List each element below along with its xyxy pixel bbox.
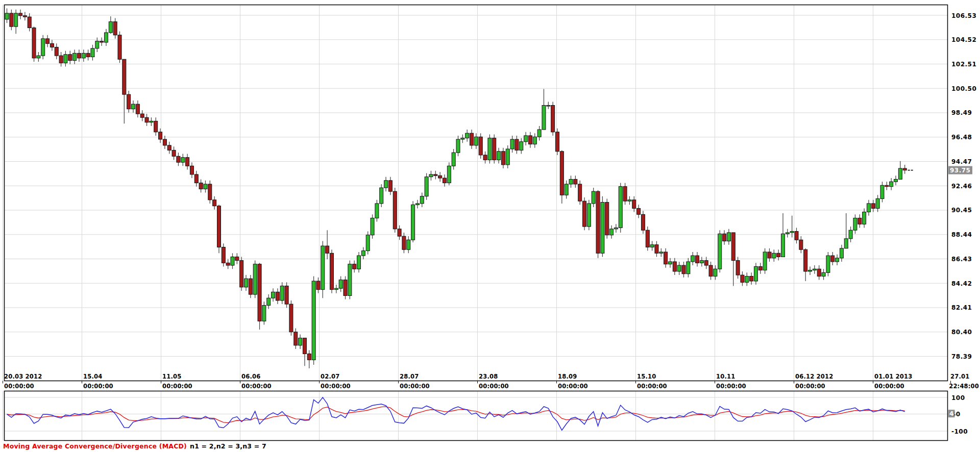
up-candle bbox=[91, 48, 94, 57]
up-candle bbox=[312, 281, 315, 360]
down-candle bbox=[222, 247, 225, 263]
up-candle bbox=[863, 212, 866, 224]
time-axis-date: 01.01 2013 bbox=[874, 373, 912, 380]
price-chart-canvas[interactable]: 106.53104.52102.51100.5098.4996.4894.479… bbox=[0, 0, 980, 452]
down-candle bbox=[493, 138, 496, 160]
up-candle bbox=[772, 253, 776, 258]
up-candle bbox=[429, 174, 433, 177]
down-candle bbox=[605, 203, 609, 235]
up-candle bbox=[204, 184, 207, 189]
up-candle bbox=[745, 276, 749, 282]
up-candle bbox=[82, 53, 85, 58]
price-axis-label: 94.47 bbox=[951, 158, 972, 165]
time-axis-time: 22:48:00 bbox=[949, 383, 979, 390]
up-candle bbox=[339, 280, 342, 289]
up-candle bbox=[361, 251, 365, 256]
down-candle bbox=[172, 150, 176, 156]
down-candle bbox=[77, 53, 81, 58]
up-candle bbox=[104, 33, 108, 42]
macd-fast-line bbox=[7, 397, 905, 430]
up-candle bbox=[456, 139, 460, 153]
down-candle bbox=[249, 279, 252, 294]
up-candle bbox=[619, 187, 622, 228]
down-candle bbox=[388, 181, 392, 191]
up-candle bbox=[497, 152, 501, 160]
up-candle bbox=[628, 200, 631, 201]
down-candle bbox=[240, 261, 243, 287]
down-candle bbox=[655, 245, 658, 254]
up-candle bbox=[95, 41, 99, 48]
up-candle bbox=[714, 269, 717, 276]
axis-labels: 106.53104.52102.51100.5098.4996.4894.479… bbox=[4, 12, 979, 435]
time-axis-time: 00:00:00 bbox=[874, 383, 904, 390]
up-candle bbox=[357, 256, 361, 269]
down-candle bbox=[515, 139, 519, 150]
up-candle bbox=[375, 204, 379, 218]
down-candle bbox=[479, 137, 482, 155]
up-candle bbox=[727, 233, 730, 241]
down-candle bbox=[632, 200, 636, 209]
time-axis-time: 00:00:00 bbox=[241, 383, 272, 390]
down-candle bbox=[438, 175, 442, 178]
down-candle bbox=[258, 264, 261, 321]
down-candle bbox=[682, 265, 685, 274]
time-axis-time: 00:00:00 bbox=[83, 383, 113, 390]
up-candle bbox=[132, 104, 135, 109]
down-candle bbox=[596, 191, 600, 253]
up-candle bbox=[524, 136, 528, 142]
macd-indicator-params: n1 = 2,n2 = 3,n3 = 7 bbox=[190, 442, 266, 450]
up-candle bbox=[461, 138, 464, 139]
up-candle bbox=[601, 203, 604, 254]
up-candle bbox=[407, 240, 410, 249]
down-candle bbox=[28, 17, 31, 28]
time-axis-date: 02.07 bbox=[321, 373, 339, 380]
down-candle bbox=[294, 332, 298, 345]
up-candle bbox=[880, 185, 884, 198]
down-candle bbox=[235, 257, 239, 260]
time-axis-date: 06.06 bbox=[241, 373, 260, 380]
down-candle bbox=[858, 218, 862, 224]
up-candle bbox=[533, 137, 536, 144]
up-candle bbox=[890, 182, 893, 187]
down-candle bbox=[344, 280, 347, 296]
macd-value-badge-label: 4 bbox=[949, 410, 954, 417]
down-candle bbox=[817, 269, 821, 276]
up-candle bbox=[366, 235, 370, 251]
up-candle bbox=[668, 262, 672, 264]
down-candle bbox=[46, 39, 50, 44]
time-axis-date: 20.03 2012 bbox=[4, 373, 42, 380]
down-candle bbox=[528, 136, 532, 144]
down-candle bbox=[177, 156, 180, 162]
down-candle bbox=[393, 191, 397, 229]
down-candle bbox=[326, 246, 329, 253]
price-axis-label: 88.44 bbox=[951, 231, 972, 238]
down-candle bbox=[186, 158, 189, 166]
down-candle bbox=[574, 179, 577, 184]
up-candle bbox=[415, 204, 419, 205]
down-candle bbox=[560, 152, 564, 195]
down-candle bbox=[213, 200, 216, 206]
up-candle bbox=[425, 177, 428, 196]
down-candle bbox=[501, 152, 505, 165]
macd-caption: Moving Average Convergence/Divergence (M… bbox=[3, 442, 266, 450]
up-candle bbox=[520, 142, 523, 150]
down-candle bbox=[50, 43, 54, 47]
candlestick-series bbox=[5, 8, 913, 368]
time-axis-date: 28.07 bbox=[400, 373, 419, 380]
time-axis-time: 00:00:00 bbox=[400, 383, 430, 390]
up-candle bbox=[73, 53, 77, 60]
price-panel-border bbox=[5, 5, 948, 381]
up-candle bbox=[790, 232, 794, 233]
down-candle bbox=[303, 338, 306, 354]
time-axis-date: 23.08 bbox=[479, 373, 498, 380]
down-candle bbox=[885, 185, 889, 186]
time-axis-date: 15.04 bbox=[83, 373, 102, 380]
up-candle bbox=[610, 229, 614, 235]
up-candle bbox=[371, 218, 374, 235]
up-candle bbox=[321, 246, 325, 290]
up-candle bbox=[844, 239, 848, 248]
up-candle bbox=[181, 158, 185, 163]
time-axis-date: 27.01 bbox=[950, 373, 969, 380]
up-candle bbox=[849, 230, 852, 239]
down-candle bbox=[696, 256, 699, 263]
